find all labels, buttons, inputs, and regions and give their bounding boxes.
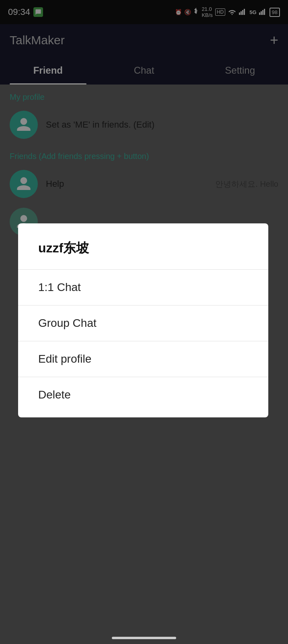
modal-username: uzzf东坡 xyxy=(38,239,248,257)
menu-item-delete[interactable]: Delete xyxy=(38,377,248,401)
menu-item-group-chat[interactable]: Group Chat xyxy=(38,305,248,341)
context-menu-modal: uzzf东坡 1:1 Chat Group Chat Edit profile … xyxy=(18,223,268,417)
menu-item-edit-profile[interactable]: Edit profile xyxy=(38,341,248,377)
menu-item-one-chat[interactable]: 1:1 Chat xyxy=(38,270,248,305)
home-indicator xyxy=(112,637,176,639)
